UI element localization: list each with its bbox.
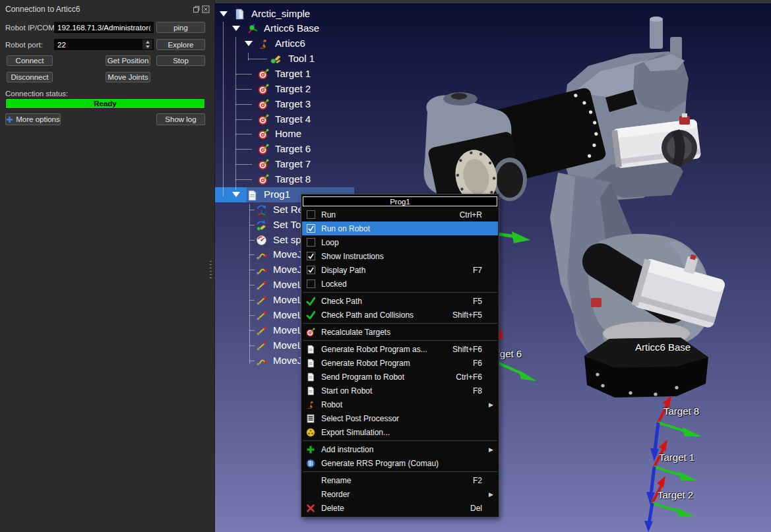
target-icon — [258, 174, 269, 185]
checked-checkbox-icon[interactable] — [307, 252, 315, 260]
tree-item-label: Arctic_simple — [251, 8, 310, 19]
submenu-arrow-icon: ▶ — [489, 491, 495, 498]
menu-item-locked[interactable]: Locked — [302, 277, 498, 291]
menu-item-recalculate-targets[interactable]: Recalculate Targets — [302, 325, 498, 339]
target-icon — [258, 114, 269, 125]
menu-item-generate-rrs-program-comau[interactable]: Generate RRS Program (Comau) — [302, 456, 498, 470]
expand-arrow-icon[interactable] — [220, 11, 228, 16]
delete-red-icon — [304, 504, 317, 513]
checked-checkbox-icon[interactable] — [307, 224, 315, 233]
move-joints-button[interactable]: Move Joints — [106, 72, 150, 82]
menu-item-label: Robot — [321, 400, 489, 409]
tree-connector — [249, 210, 255, 210]
target1-label: Target 1 — [659, 452, 694, 463]
context-menu: Prog1 RunCtrl+RRun on RobotLoopShow Inst… — [301, 194, 499, 517]
movej-icon — [256, 264, 267, 276]
tree-connector — [248, 53, 249, 61]
tree-connector — [249, 330, 255, 331]
doc-icon — [304, 386, 317, 396]
tree-item-label: Target 8 — [275, 173, 311, 185]
ping-button[interactable]: ping — [156, 22, 205, 33]
menu-shortcut: F7 — [473, 266, 482, 275]
tree-connector — [235, 104, 252, 105]
base-label: Articc6 Base — [635, 341, 691, 353]
movej-icon — [256, 249, 267, 260]
close-icon[interactable] — [202, 5, 210, 13]
connect-button[interactable]: Connect — [7, 55, 53, 66]
target-icon — [304, 328, 317, 337]
export-icon — [304, 428, 317, 437]
tree-item-label: Target 1 — [275, 68, 311, 79]
check-green-icon — [304, 310, 317, 320]
context-menu-title: Prog1 — [303, 196, 497, 206]
tree-item-label: Prog1 — [264, 189, 290, 200]
menu-item-export-simulation[interactable]: Export Simulation... — [302, 425, 498, 439]
robot-ip-label: Robot IP/COM: — [5, 24, 57, 32]
get-position-button[interactable]: Get Position — [106, 55, 150, 66]
menu-item-add-instruction[interactable]: Add instruction▶ — [302, 442, 498, 456]
unchecked-checkbox-icon[interactable] — [307, 238, 315, 247]
menu-item-generate-robot-program-as[interactable]: Generate Robot Program as...Shift+F6 — [302, 342, 498, 356]
tree-connector — [249, 204, 250, 364]
tree-item-label: MoveJ — [273, 249, 302, 260]
menu-item-label: Select Post Processor — [321, 414, 489, 423]
show-log-button[interactable]: Show log — [156, 113, 205, 125]
expand-arrow-icon[interactable] — [245, 41, 253, 46]
robot-port-input[interactable] — [54, 39, 154, 50]
target-icon — [258, 84, 269, 95]
tree-item-label: Set To — [273, 219, 301, 230]
explore-button[interactable]: Explore — [156, 39, 205, 50]
tree-item-label: Tool 1 — [288, 53, 315, 64]
menu-item-rename[interactable]: RenameF2 — [302, 473, 498, 487]
menu-item-generate-robot-program[interactable]: Generate Robot ProgramF6 — [302, 356, 498, 370]
menu-item-send-program-to-robot[interactable]: Send Program to RobotCtrl+F6 — [302, 370, 498, 384]
expand-arrow-icon[interactable] — [232, 26, 240, 31]
tree-item-label: MoveL — [273, 309, 303, 320]
doc-icon — [304, 345, 317, 354]
tree-connector — [235, 119, 252, 120]
unchecked-checkbox-icon[interactable] — [307, 210, 315, 219]
menu-item-reorder[interactable]: Reorder▶ — [302, 487, 498, 501]
menu-shortcut: Ctrl+R — [460, 210, 482, 220]
undock-icon[interactable] — [193, 5, 200, 13]
tree-connector — [235, 179, 252, 180]
menu-item-label: Recalculate Targets — [321, 328, 489, 337]
disconnect-button[interactable]: Disconnect — [7, 72, 53, 82]
menu-item-select-post-processor[interactable]: Select Post Processor — [302, 411, 498, 425]
submenu-arrow-icon: ▶ — [489, 401, 495, 408]
expand-arrow-icon[interactable] — [232, 192, 240, 197]
tree-connector — [249, 361, 255, 361]
checked-checkbox-icon[interactable] — [307, 266, 315, 274]
menu-item-display-path[interactable]: Display PathF7 — [302, 263, 498, 277]
unchecked-checkbox-icon[interactable] — [307, 280, 315, 288]
menu-separator — [303, 440, 497, 441]
menu-item-show-instructions[interactable]: Show Instructions — [302, 249, 498, 263]
menu-item-robot[interactable]: Robot▶ — [302, 398, 498, 411]
menu-item-run-on-robot[interactable]: Run on Robot — [302, 222, 498, 235]
tree-connector — [249, 240, 255, 241]
menu-item-check-path[interactable]: Check PathF5 — [302, 294, 498, 308]
tree-connector — [235, 37, 236, 190]
stop-button[interactable]: Stop — [156, 55, 205, 66]
menu-item-label: Generate Robot Program — [321, 359, 473, 368]
port-spinner[interactable] — [142, 40, 152, 49]
menu-item-label: Start on Robot — [321, 386, 473, 396]
menu-shortcut: F6 — [473, 359, 482, 368]
menu-item-check-path-and-collisions[interactable]: Check Path and CollisionsShift+F5 — [302, 308, 498, 322]
tree-item-label: MoveJ — [273, 355, 302, 366]
menu-item-delete[interactable]: DeleteDel — [302, 501, 498, 515]
panel-splitter[interactable] — [210, 260, 212, 278]
menu-item-run[interactable]: RunCtrl+R — [302, 208, 498, 222]
robot-icon — [304, 400, 317, 409]
robot-port-label: Robot port: — [5, 41, 43, 49]
menu-item-label: Check Path — [321, 297, 473, 306]
tree-connector — [223, 22, 224, 196]
target2-label: Target 2 — [658, 489, 693, 500]
menu-item-start-on-robot[interactable]: Start on RobotF8 — [302, 384, 498, 398]
plus-green-icon — [304, 445, 317, 454]
menu-item-loop[interactable]: Loop — [302, 235, 498, 249]
robot-ip-input[interactable] — [54, 22, 154, 33]
more-options-button[interactable]: More options — [5, 113, 61, 125]
rrs-icon — [304, 459, 317, 468]
tool-icon — [270, 53, 281, 65]
